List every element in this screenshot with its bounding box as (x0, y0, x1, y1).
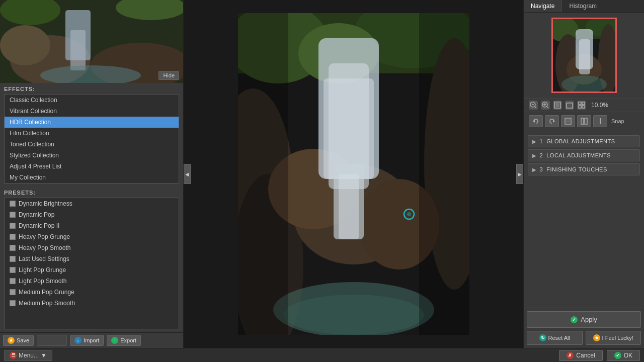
menu-button[interactable]: ☰ Menu... ▼ (4, 350, 52, 361)
right-bottom: ✓ Apply ↻ Reset All ★ I Feel Lucky! (524, 308, 644, 348)
ok-button[interactable]: ✓ OK (607, 350, 640, 361)
preset-dynpop[interactable]: Dynamic Pop (5, 209, 179, 220)
preset-dynbright[interactable]: Dynamic Brightness (5, 198, 179, 209)
tab-histogram[interactable]: Histogram (562, 0, 604, 12)
preset-lightsmooth[interactable]: Light Pop Smooth (5, 276, 179, 287)
svg-rect-58 (582, 106, 585, 108)
local-adjustments-item[interactable]: ▶ 2 LOCAL ADJUSTMENTS (528, 149, 640, 161)
hide-button[interactable]: Hide (158, 71, 179, 80)
tab-navigate[interactable]: Navigate (524, 0, 562, 12)
adj-arrow-finishing: ▶ (532, 167, 537, 172)
preset-medsmooth[interactable]: Medium Pop Smooth (5, 298, 179, 309)
status-bar: ☰ Menu... ▼ ✗ Cancel ✓ OK (0, 348, 644, 362)
nav-thumb (551, 18, 617, 93)
adj-arrow-local: ▶ (532, 153, 537, 158)
global-adjustments-label: 1 GLOBAL ADJUSTMENTS (540, 138, 615, 144)
menu-icon: ☰ (10, 352, 17, 359)
collapse-left-button[interactable]: ◀ (184, 164, 191, 184)
lucky-button[interactable]: ★ I Feel Lucky! (586, 331, 641, 345)
zoom-controls: 10.0% (524, 98, 644, 112)
snap-button-2[interactable] (577, 115, 591, 127)
reset-icon: ↻ (539, 334, 546, 341)
import-icon: ↓ (74, 337, 82, 344)
preset-label: Heavy Pop Grunge (19, 233, 70, 240)
export-button[interactable]: ↑ Export (107, 335, 141, 346)
snap-controls: Snap (524, 112, 644, 130)
lucky-icon: ★ (593, 334, 600, 341)
import-button[interactable]: ↓ Import (70, 335, 104, 346)
cancel-icon: ✗ (567, 352, 574, 359)
apply-button[interactable]: ✓ Apply (527, 311, 641, 328)
effect-stylized[interactable]: Stylized Collection (5, 150, 179, 161)
svg-rect-9 (0, 0, 183, 83)
zoom-100-button[interactable] (565, 101, 574, 110)
effect-toned[interactable]: Toned Collection (5, 139, 179, 150)
preset-icon (10, 278, 16, 284)
preset-label: Heavy Pop Smooth (19, 244, 70, 251)
preset-icon (10, 212, 16, 218)
preset-medgrunge[interactable]: Medium Pop Grunge (5, 287, 179, 298)
right-panel: Navigate Histogram (523, 0, 644, 348)
thumbnail-image (0, 0, 183, 83)
preset-lightgrunge[interactable]: Light Pop Grunge (5, 264, 179, 276)
zoom-fit-button[interactable] (553, 101, 562, 110)
effect-film[interactable]: Film Collection (5, 128, 179, 139)
effects-section: EFFECTS: Classic Collection Vibrant Coll… (0, 83, 183, 187)
svg-line-46 (535, 107, 537, 109)
presets-label: PRESETS: (4, 190, 179, 196)
preset-dynpop2[interactable]: Dynamic Pop II (5, 220, 179, 231)
svg-rect-54 (568, 102, 572, 104)
center-panel: ◀ (184, 0, 523, 348)
preset-label: Light Pop Grunge (19, 266, 66, 274)
svg-point-32 (407, 212, 411, 216)
cancel-button[interactable]: ✗ Cancel (559, 350, 602, 361)
finishing-touches-label: 3 FINISHING TOUCHES (540, 166, 607, 172)
preset-label: Dynamic Pop (19, 211, 54, 218)
effect-hdr[interactable]: HDR Collection (5, 117, 179, 128)
svg-rect-56 (582, 102, 585, 105)
redo-button[interactable] (545, 115, 559, 127)
nav-thumb-image (553, 19, 615, 92)
global-adjustments-item[interactable]: ▶ 1 GLOBAL ADJUSTMENTS (528, 135, 640, 147)
zoom-in-button[interactable] (541, 101, 550, 110)
zoom-full-button[interactable] (577, 101, 586, 110)
reset-all-button[interactable]: ↻ Reset All (527, 331, 583, 345)
save-button[interactable]: ★ Save (3, 335, 34, 346)
collapse-right-button[interactable]: ▶ (516, 164, 523, 184)
preset-lastused[interactable]: Last Used Settings (5, 253, 179, 264)
effect-classic[interactable]: Classic Collection (5, 95, 179, 106)
finishing-touches-item[interactable]: ▶ 3 FINISHING TOUCHES (528, 163, 640, 175)
snap-button-1[interactable] (561, 115, 575, 127)
effect-my[interactable]: My Collection (5, 172, 179, 183)
export-icon: ↑ (111, 337, 118, 344)
svg-rect-55 (579, 102, 581, 105)
svg-rect-64 (585, 118, 587, 124)
left-panel: Hide EFFECTS: Classic Collection Vibrant… (0, 0, 184, 348)
preset-label: Medium Pop Smooth (19, 300, 75, 307)
preset-label: Medium Pop Grunge (19, 289, 74, 296)
preset-heavysmooth[interactable]: Heavy Pop Smooth (5, 242, 179, 253)
apply-icon: ✓ (571, 316, 578, 323)
preset-label: Dynamic Pop II (19, 222, 59, 229)
preset-icon (10, 234, 16, 240)
presets-section: PRESETS: Dynamic Brightness Dynamic Pop … (0, 187, 183, 332)
undo-button[interactable] (529, 115, 543, 127)
effect-adjust4[interactable]: Adjust 4 Preset List (5, 161, 179, 172)
preset-label: Dynamic Brightness (19, 200, 72, 207)
svg-rect-30 (238, 13, 469, 335)
presets-list: Dynamic Brightness Dynamic Pop Dynamic P… (4, 198, 179, 329)
preset-icon (10, 256, 16, 262)
navigate-preview (524, 13, 644, 98)
zoom-out-button[interactable] (529, 101, 538, 110)
svg-rect-52 (555, 103, 559, 107)
save-dropdown[interactable] (37, 335, 67, 346)
main-image (238, 13, 469, 335)
svg-rect-62 (566, 119, 570, 123)
preset-label: Last Used Settings (19, 255, 69, 262)
snap-button-3[interactable] (593, 115, 607, 127)
preset-icon (10, 245, 16, 251)
preset-heavygrunge[interactable]: Heavy Pop Grunge (5, 231, 179, 242)
preset-icon (10, 223, 16, 229)
effect-vibrant[interactable]: Vibrant Collection (5, 106, 179, 117)
ok-icon: ✓ (614, 352, 621, 359)
